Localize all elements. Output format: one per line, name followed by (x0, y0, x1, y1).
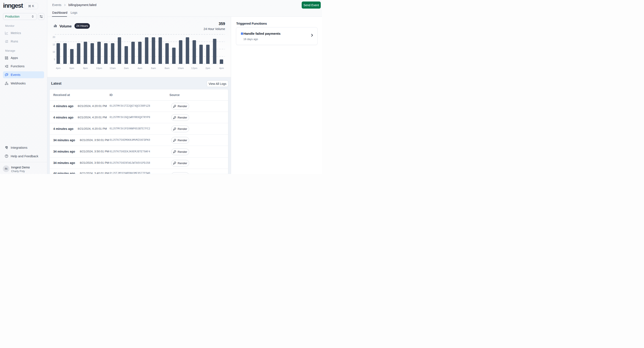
svg-text:6pm: 6pm (70, 67, 74, 69)
svg-text:4pm: 4pm (56, 67, 60, 69)
svg-text:8am: 8am (165, 67, 170, 69)
svg-text:8pm: 8pm (83, 67, 88, 69)
svg-text:6am: 6am (151, 67, 156, 69)
svg-text:12am: 12am (110, 67, 116, 69)
svg-text:10: 10 (53, 51, 55, 53)
svg-text:5: 5 (54, 58, 55, 61)
svg-text:12pm: 12pm (191, 67, 198, 69)
svg-text:2pm: 2pm (206, 67, 210, 69)
svg-text:15: 15 (53, 43, 55, 46)
svg-text:4pm: 4pm (219, 67, 224, 69)
svg-text:2am: 2am (124, 67, 128, 69)
svg-text:20: 20 (53, 36, 55, 38)
svg-text:4am: 4am (137, 67, 142, 69)
svg-text:10am: 10am (178, 67, 184, 69)
svg-text:10pm: 10pm (96, 67, 102, 69)
